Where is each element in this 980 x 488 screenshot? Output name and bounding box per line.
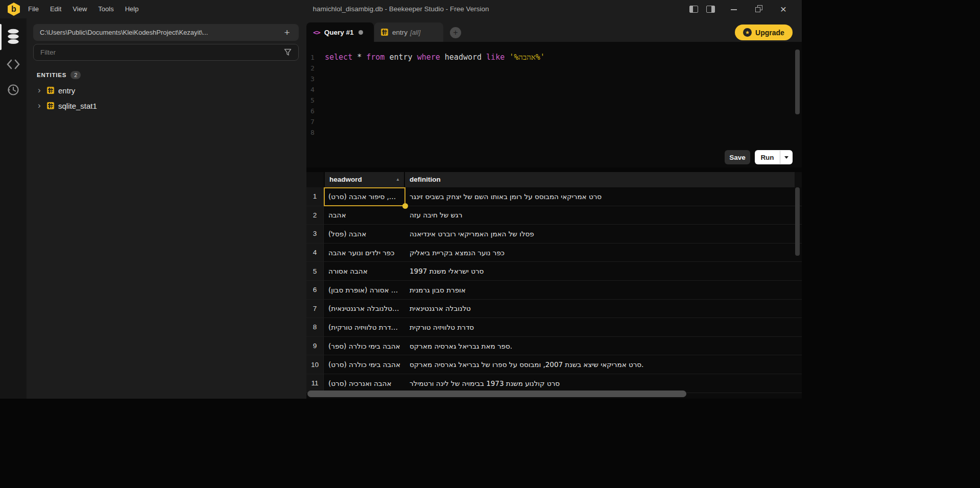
table-row: 7אהבה אסורה (טלנובלה ארגנטינאית)טלנובלה … [306,300,802,319]
column-header-headword[interactable]: headword [324,172,405,187]
sql-token-keyword: like [486,53,505,62]
sql-token-keyword: select [325,53,352,62]
maximize-button[interactable] [755,5,762,12]
sql-editor[interactable]: select * from entry where headword like … [325,52,545,63]
expand-chevron-icon[interactable] [38,87,43,94]
expand-chevron-icon[interactable] [38,102,43,109]
beekeeper-logo-icon: b [7,3,20,16]
filter-input[interactable]: Filter [33,44,299,61]
headword-cell[interactable]: אהבה אסורה (אופרת סבון) [324,281,405,299]
table-row: 10אהבה בימי כולרה (סרט)סרט אמריקאי שיצא … [306,355,802,374]
headword-cell[interactable]: אהבה אסורה [324,262,405,280]
headword-cell[interactable]: אהבה ואנרכיה (סרט) [324,374,405,393]
table-icon [47,102,54,109]
run-label[interactable]: Run [755,150,780,164]
star-icon [743,28,752,37]
table-row: 1שונאים, סיפור אהבה (סרט)סרט אמריקאי המב… [306,187,802,206]
menu-help[interactable]: Help [119,0,145,18]
connection-path-bar[interactable]: C:\Users\Public\Documents\KleiKodeshProj… [33,24,299,41]
definition-cell[interactable]: טלנובלה ארגנטינאית [405,300,802,318]
sql-token-plain [505,53,509,62]
menu-edit[interactable]: Edit [44,0,67,18]
table-tree-item-entry[interactable]: entry [27,83,306,98]
run-button[interactable]: Run [755,150,793,164]
row-number-header [306,172,324,187]
definition-cell[interactable]: סרט אמריקאי שיצא בשנת 2007, ומבוסס על ספ… [405,355,802,374]
definition-cell[interactable]: פסלו של האמן האמריקאי רוברט אינדיאנה [405,225,802,243]
table-name: sqlite_stat1 [58,102,97,110]
horizontal-scrollbar[interactable] [307,391,686,397]
headword-cell[interactable]: אהבה בימי כולרה (ספר) [324,337,405,355]
table-name: entry [58,86,75,95]
sidebar-rail [0,18,27,399]
sql-token-keyword: where [417,53,440,62]
new-tab-button[interactable] [450,27,461,38]
results-table: 1שונאים, סיפור אהבה (סרט)סרט אמריקאי המב… [306,187,802,393]
headword-cell[interactable]: אהבה בימי כולרה (סרט) [324,355,405,374]
close-button[interactable] [777,1,790,17]
toggle-left-panel-icon[interactable] [689,6,698,13]
definition-cell[interactable]: ספר מאת גבריאל גארסיה מארקס. [405,337,802,355]
minimize-button[interactable] [731,9,737,10]
main-panel: Query #1 entry [all] Upgrade 12345678 se… [306,18,802,399]
line-number: 7 [306,116,322,127]
history-clock-icon[interactable] [6,83,20,97]
menu-file[interactable]: File [22,0,44,18]
tab-entry-modifier: [all] [410,29,420,36]
row-number-cell: 10 [306,355,324,374]
database-entities-icon[interactable] [6,27,20,46]
results-scrollbar[interactable] [795,187,800,256]
table-row: 6אהבה אסורה (אופרת סבון)אופרת סבון גרמני… [306,281,802,300]
save-button[interactable]: Save [725,150,750,164]
headword-cell[interactable]: אהבה אסורה (סדרת טלוויזיה טורקית) [324,318,405,336]
line-number: 2 [306,63,322,74]
sql-token-plain [352,53,357,62]
sort-ascending-icon[interactable] [396,172,400,187]
sql-token-plain: entry [385,53,417,62]
line-number: 5 [306,95,322,106]
definition-cell[interactable]: סרט ישראלי משנת 1997 [405,262,802,280]
sql-code-line[interactable]: select * from entry where headword like … [325,52,545,63]
table-row: 5אהבה אסורהסרט ישראלי משנת 1997 [306,262,802,281]
tab-bar: Query #1 entry [all] Upgrade [306,18,802,42]
column-header-definition[interactable]: definition [405,172,795,187]
row-number-cell: 8 [306,318,324,336]
run-dropdown-caret-icon[interactable] [780,150,793,164]
upgrade-button[interactable]: Upgrade [735,25,793,40]
line-number: 1 [306,52,322,63]
table-icon [381,29,388,36]
editor-scrollbar[interactable] [795,50,800,114]
toggle-right-panel-icon[interactable] [706,6,715,13]
menu-view[interactable]: View [67,0,92,18]
titlebar: b FileEditViewToolsHelp hamichlol_disamb… [0,0,802,18]
tab-query-label: Query #1 [324,29,354,36]
maximize-front-square-icon [755,7,760,12]
tab-query-1[interactable]: Query #1 [306,22,374,42]
tab-entry-label: entry [392,29,408,36]
definition-cell[interactable]: אופרת סבון גרמנית [405,281,802,299]
headword-cell[interactable]: אהבה אסורה (טלנובלה ארגנטינאית) [324,300,405,318]
selection-handle-dot[interactable] [402,203,408,209]
row-number-cell: 3 [306,225,324,243]
headword-cell[interactable]: כפר ילדים ונוער אהבה [324,243,405,262]
definition-cell[interactable]: כפר נוער הנמצא בקריית ביאליק [405,243,802,262]
definition-cell[interactable]: רגש של חיבה עזה [405,206,802,225]
table-tree-item-sqlite_stat1[interactable]: sqlite_stat1 [27,98,306,113]
entities-label: ENTITIES [37,72,66,78]
headword-cell[interactable]: אהבה (פסל) [324,225,405,243]
row-number-cell: 1 [306,187,324,206]
add-icon[interactable] [282,27,292,38]
definition-cell[interactable]: סרט אמריקאי המבוסס על רומן באותו השם של … [405,187,802,206]
window-title: hamichlol_disambig.db - Beekeeper Studio… [313,0,489,18]
definition-cell[interactable]: סדרת טלוויזיה טורקית [405,318,802,336]
menu-tools[interactable]: Tools [92,0,119,18]
unsaved-dot-icon [358,30,363,35]
headword-cell[interactable]: אהבה [324,206,405,225]
sidebar: C:\Users\Public\Documents\KleiKodeshProj… [27,18,306,399]
queries-code-icon[interactable] [6,58,21,70]
sql-token-keyword: from [366,53,385,62]
sql-token-plain: headword [440,53,486,62]
headword-cell[interactable]: שונאים, סיפור אהבה (סרט) [324,187,405,206]
definition-cell[interactable]: סרט קולנוע משנת 1973 בבימויה של לינה ורט… [405,374,802,393]
tab-entry-all[interactable]: entry [all] [374,22,443,42]
